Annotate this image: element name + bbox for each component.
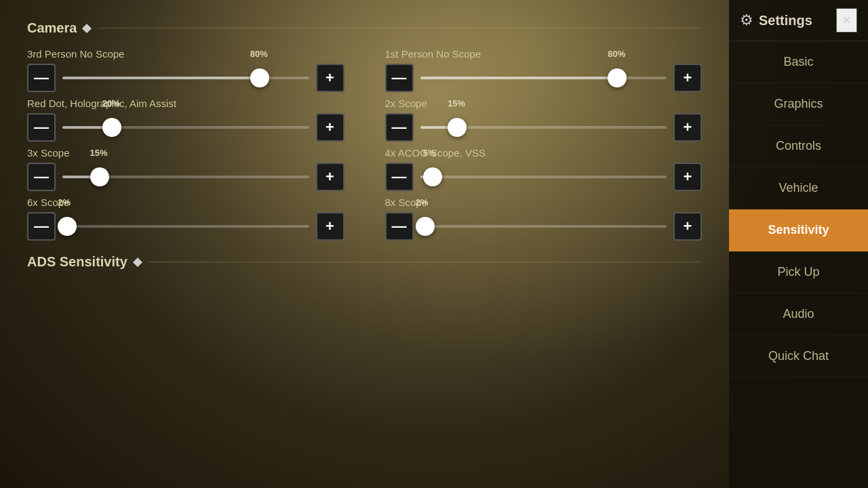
minus-btn-8x-scope[interactable]: — [385, 212, 414, 241]
slider-track-6x-scope [62, 225, 309, 228]
plus-btn-red-dot[interactable]: + [316, 113, 344, 142]
slider-track-1st-person-no-scope [420, 77, 667, 79]
minus-btn-2x-scope[interactable]: — [385, 113, 414, 142]
slider-value-3rd-person-no-scope: 80% [250, 49, 268, 59]
slider-value-6x-scope: 2% [58, 197, 71, 207]
slider-track-8x-scope [420, 225, 667, 228]
camera-section-title: Camera [27, 20, 702, 36]
camera-sliders-grid: 3rd Person No Scope—80%+1st Person No Sc… [27, 48, 702, 241]
slider-value-1st-person-no-scope: 80% [608, 49, 625, 59]
ads-diamond-icon [133, 257, 142, 266]
slider-group-3rd-person-no-scope: 3rd Person No Scope—80%+ [27, 48, 344, 92]
slider-label-1st-person-no-scope: 1st Person No Scope [385, 48, 703, 60]
nav-item-pickup[interactable]: Pick Up [729, 251, 868, 293]
nav-item-vehicle[interactable]: Vehicle [729, 167, 868, 209]
minus-btn-6x-scope[interactable]: — [27, 212, 56, 241]
slider-fill-1st-person-no-scope [420, 77, 618, 79]
slider-thumb-3rd-person-no-scope[interactable] [250, 68, 269, 87]
slider-group-6x-scope: 6x Scope—2%+ [27, 197, 344, 241]
plus-btn-4x-acog[interactable]: + [673, 163, 702, 191]
slider-container-2x-scope[interactable]: 15% [420, 113, 667, 142]
sidebar: ⚙ Settings × BasicGraphicsControlsVehicl… [729, 0, 868, 488]
slider-thumb-1st-person-no-scope[interactable] [608, 68, 627, 87]
slider-value-2x-scope: 15% [448, 98, 465, 108]
nav-item-graphics[interactable]: Graphics [729, 83, 868, 125]
slider-thumb-8x-scope[interactable] [416, 217, 435, 236]
slider-track-4x-acog [420, 176, 667, 178]
slider-value-3x-scope: 15% [90, 148, 108, 158]
slider-group-3x-scope: 3x Scope—15%+ [27, 147, 344, 191]
slider-group-2x-scope: 2x Scope—15%+ [385, 98, 703, 142]
slider-group-4x-acog: 4x ACOG Scope, VSS—5%+ [385, 147, 703, 191]
slider-row-6x-scope: —2%+ [27, 212, 344, 241]
ads-label: ADS Sensitivity [27, 254, 127, 270]
plus-btn-3rd-person-no-scope[interactable]: + [316, 64, 344, 92]
sidebar-header-left: ⚙ Settings [740, 12, 812, 29]
settings-icon: ⚙ [740, 12, 753, 29]
nav-list: BasicGraphicsControlsVehicleSensitivityP… [729, 41, 868, 378]
slider-track-red-dot [62, 126, 309, 129]
nav-spacer [729, 378, 868, 488]
ads-section-title: ADS Sensitivity [27, 254, 702, 270]
slider-thumb-3x-scope[interactable] [90, 167, 109, 186]
slider-row-8x-scope: —2%+ [385, 212, 703, 241]
slider-value-8x-scope: 2% [416, 197, 429, 207]
camera-label: Camera [27, 20, 77, 36]
minus-btn-3rd-person-no-scope[interactable]: — [27, 64, 56, 92]
sidebar-header: ⚙ Settings × [729, 0, 868, 41]
slider-row-4x-acog: —5%+ [385, 163, 703, 191]
slider-row-1st-person-no-scope: —80%+ [385, 64, 703, 92]
slider-container-4x-acog[interactable]: 5% [420, 163, 667, 191]
slider-value-red-dot: 20% [102, 98, 120, 108]
slider-label-8x-scope: 8x Scope [385, 197, 703, 208]
settings-title: Settings [759, 13, 812, 28]
plus-btn-6x-scope[interactable]: + [316, 212, 344, 241]
nav-item-sensitivity[interactable]: Sensitivity [729, 209, 868, 251]
slider-label-red-dot: Red Dot, Holographic, Aim Assist [27, 98, 344, 109]
nav-item-audio[interactable]: Audio [729, 293, 868, 336]
slider-container-red-dot[interactable]: 20% [62, 113, 309, 142]
slider-group-8x-scope: 8x Scope—2%+ [385, 197, 703, 241]
nav-item-quickchat[interactable]: Quick Chat [729, 336, 868, 378]
slider-thumb-2x-scope[interactable] [448, 118, 467, 137]
minus-btn-3x-scope[interactable]: — [27, 163, 56, 191]
slider-row-2x-scope: —15%+ [385, 113, 703, 142]
plus-btn-3x-scope[interactable]: + [316, 163, 344, 191]
minus-btn-red-dot[interactable]: — [27, 113, 56, 142]
slider-thumb-red-dot[interactable] [102, 118, 121, 137]
slider-thumb-6x-scope[interactable] [58, 217, 77, 236]
slider-label-3rd-person-no-scope: 3rd Person No Scope [27, 48, 344, 60]
slider-container-3x-scope[interactable]: 15% [62, 163, 309, 191]
slider-container-3rd-person-no-scope[interactable]: 80% [62, 64, 309, 92]
slider-fill-3rd-person-no-scope [62, 77, 260, 79]
slider-row-3x-scope: —15%+ [27, 163, 344, 191]
slider-container-6x-scope[interactable]: 2% [62, 212, 309, 241]
close-button[interactable]: × [836, 8, 857, 33]
slider-group-red-dot: Red Dot, Holographic, Aim Assist—20%+ [27, 98, 344, 142]
slider-track-3x-scope [62, 176, 309, 178]
nav-item-basic[interactable]: Basic [729, 41, 868, 83]
nav-item-controls[interactable]: Controls [729, 125, 868, 167]
slider-container-1st-person-no-scope[interactable]: 80% [420, 64, 667, 92]
slider-label-2x-scope: 2x Scope [385, 98, 703, 109]
plus-btn-1st-person-no-scope[interactable]: + [673, 64, 702, 92]
slider-group-1st-person-no-scope: 1st Person No Scope—80%+ [385, 48, 703, 92]
plus-btn-2x-scope[interactable]: + [673, 113, 702, 142]
slider-container-8x-scope[interactable]: 2% [420, 212, 667, 241]
slider-row-3rd-person-no-scope: —80%+ [27, 64, 344, 92]
slider-thumb-4x-acog[interactable] [423, 167, 442, 186]
slider-label-6x-scope: 6x Scope [27, 197, 344, 208]
slider-track-2x-scope [420, 126, 667, 129]
minus-btn-1st-person-no-scope[interactable]: — [385, 64, 414, 92]
minus-btn-4x-acog[interactable]: — [385, 163, 414, 191]
diamond-icon [82, 23, 92, 33]
slider-track-3rd-person-no-scope [62, 77, 309, 79]
slider-row-red-dot: —20%+ [27, 113, 344, 142]
plus-btn-8x-scope[interactable]: + [673, 212, 702, 241]
slider-label-3x-scope: 3x Scope [27, 147, 344, 159]
main-content: Camera 3rd Person No Scope—80%+1st Perso… [0, 0, 729, 488]
slider-value-4x-acog: 5% [423, 148, 436, 158]
